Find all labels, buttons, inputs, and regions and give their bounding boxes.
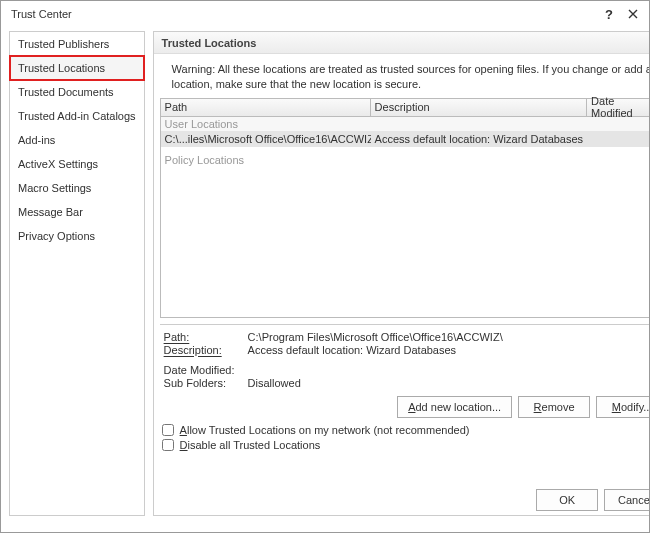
title-bar: Trust Center ? (1, 1, 649, 27)
locations-table: Path Description Date Modified ▼ User Lo… (160, 98, 650, 318)
group-policy-locations: Policy Locations (161, 153, 650, 167)
window-title: Trust Center (11, 8, 597, 20)
cell-description: Access default location: Wizard Database… (371, 133, 588, 145)
close-icon[interactable] (621, 2, 645, 26)
sidebar-item-message-bar[interactable]: Message Bar (10, 200, 144, 224)
detail-path-value: C:\Program Files\Microsoft Office\Office… (248, 331, 650, 343)
detail-desc-value: Access default location: Wizard Database… (248, 344, 650, 356)
sidebar-item-trusted-addin-catalogs[interactable]: Trusted Add-in Catalogs (10, 104, 144, 128)
sidebar-item-trusted-locations[interactable]: Trusted Locations (10, 56, 144, 80)
detail-subfolders-value: Disallowed (248, 377, 650, 389)
detail-desc-label: Description: (164, 344, 248, 356)
ok-button[interactable]: OK (536, 489, 598, 511)
detail-date-label: Date Modified: (164, 364, 248, 376)
detail-date-value (248, 364, 650, 376)
disable-all-checkbox[interactable]: Disable all Trusted Locations (162, 439, 650, 451)
sidebar: Trusted Publishers Trusted Locations Tru… (9, 31, 145, 516)
sidebar-item-macro-settings[interactable]: Macro Settings (10, 176, 144, 200)
col-description[interactable]: Description (371, 99, 588, 116)
warning-text: Warning: All these locations are treated… (154, 54, 650, 98)
cell-path: C:\...iles\Microsoft Office\Office16\ACC… (161, 133, 371, 145)
group-user-locations: User Locations (161, 117, 650, 131)
sidebar-item-trusted-documents[interactable]: Trusted Documents (10, 80, 144, 104)
table-row[interactable]: C:\...iles\Microsoft Office\Office16\ACC… (161, 131, 650, 147)
cancel-button[interactable]: Cancel (604, 489, 650, 511)
remove-button[interactable]: Remove (518, 396, 590, 418)
details-panel: Path: C:\Program Files\Microsoft Office\… (160, 324, 650, 392)
help-icon[interactable]: ? (597, 2, 621, 26)
allow-network-checkbox[interactable]: Allow Trusted Locations on my network (n… (162, 424, 650, 436)
col-date-label: Date Modified (591, 95, 650, 119)
checkbox-group: Allow Trusted Locations on my network (n… (154, 420, 650, 460)
modify-button[interactable]: Modify... (596, 396, 650, 418)
sidebar-item-privacy-options[interactable]: Privacy Options (10, 224, 144, 248)
action-buttons: Add new location... Remove Modify... (154, 392, 650, 420)
add-new-location-button[interactable]: Add new location... (397, 396, 512, 418)
main-pane: Trusted Locations Warning: All these loc… (153, 31, 650, 516)
disable-all-input[interactable] (162, 439, 174, 451)
dialog-footer: OK Cancel (536, 489, 650, 511)
section-heading: Trusted Locations (154, 32, 650, 54)
allow-network-input[interactable] (162, 424, 174, 436)
sidebar-item-add-ins[interactable]: Add-ins (10, 128, 144, 152)
col-date-modified[interactable]: Date Modified ▼ (587, 99, 650, 116)
detail-subfolders-label: Sub Folders: (164, 377, 248, 389)
sidebar-item-trusted-publishers[interactable]: Trusted Publishers (10, 32, 144, 56)
detail-path-label: Path: (164, 331, 248, 343)
table-header: Path Description Date Modified ▼ (161, 99, 650, 117)
col-path[interactable]: Path (161, 99, 371, 116)
sidebar-item-activex-settings[interactable]: ActiveX Settings (10, 152, 144, 176)
